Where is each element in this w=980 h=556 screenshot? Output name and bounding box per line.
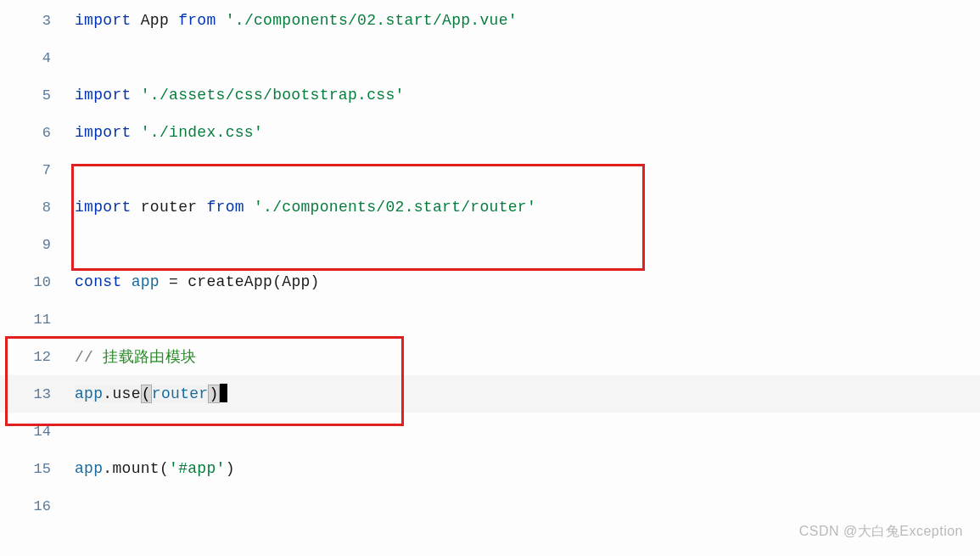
watermark-text: CSDN @大白兔Exception: [799, 523, 963, 541]
code-token: app: [75, 385, 103, 402]
code-token: from: [178, 12, 216, 29]
code-token: use: [112, 385, 140, 402]
code-token: [132, 124, 141, 141]
code-line[interactable]: 10const app = createApp(App): [0, 263, 980, 300]
code-token: (: [141, 385, 152, 403]
code-content[interactable]: import App from './components/02.start/A…: [75, 12, 518, 29]
code-token: [132, 199, 141, 216]
code-token: './components/02.start/router': [254, 199, 536, 216]
code-token: [216, 12, 226, 29]
code-token: router: [152, 385, 209, 402]
code-content[interactable]: import router from './components/02.star…: [75, 199, 536, 216]
code-token: import: [75, 87, 132, 104]
code-line[interactable]: 7: [0, 151, 980, 188]
code-line[interactable]: 9: [0, 226, 980, 263]
line-number: 9: [0, 237, 75, 253]
code-editor[interactable]: 3import App from './components/02.start/…: [0, 0, 980, 525]
line-number: 4: [0, 50, 75, 66]
line-number: 11: [0, 312, 75, 328]
line-number: 10: [0, 274, 75, 290]
line-number: 6: [0, 125, 75, 141]
line-number: 7: [0, 162, 75, 178]
code-token: [244, 199, 254, 216]
code-content[interactable]: import './assets/css/bootstrap.css': [75, 87, 405, 104]
code-line[interactable]: 8import router from './components/02.sta…: [0, 188, 980, 226]
code-content[interactable]: import './index.css': [75, 124, 263, 141]
code-line[interactable]: 15app.mount('#app'): [0, 450, 980, 487]
code-line[interactable]: 14: [0, 413, 980, 450]
code-line[interactable]: 4: [0, 39, 980, 76]
code-content[interactable]: const app = createApp(App): [75, 273, 320, 290]
code-token: .: [103, 385, 112, 402]
code-token: .: [103, 460, 112, 477]
text-cursor: [220, 384, 227, 402]
code-token: './index.css': [141, 124, 263, 141]
code-token: createApp: [188, 273, 272, 290]
code-token: import: [75, 124, 132, 141]
code-line[interactable]: 16: [0, 487, 980, 525]
code-line[interactable]: 12// 挂载路由模块: [0, 338, 980, 375]
code-line[interactable]: 6import './index.css': [0, 114, 980, 151]
code-token: const: [75, 273, 122, 290]
code-token: (: [272, 273, 282, 290]
code-token: [169, 12, 178, 29]
code-line[interactable]: 11: [0, 300, 980, 338]
code-token: [122, 273, 132, 290]
code-token: import: [75, 12, 132, 29]
code-token: [132, 87, 141, 104]
code-token: ): [311, 273, 320, 290]
line-number: 8: [0, 199, 75, 216]
line-number: 13: [0, 386, 75, 402]
code-token: app: [132, 273, 160, 290]
line-number: 5: [0, 87, 75, 104]
code-token: [197, 199, 206, 216]
code-line[interactable]: 5import './assets/css/bootstrap.css': [0, 76, 980, 114]
code-line[interactable]: 13app.use(router): [0, 375, 980, 413]
code-token: './assets/css/bootstrap.css': [141, 87, 405, 104]
code-token: from: [206, 199, 244, 216]
line-number: 16: [0, 498, 75, 514]
code-token: App: [141, 12, 169, 29]
code-token: ): [226, 460, 235, 477]
code-token: '#app': [169, 460, 226, 477]
code-token: router: [141, 199, 198, 216]
line-number: 14: [0, 424, 75, 440]
code-token: mount: [112, 460, 160, 477]
code-token: App: [282, 273, 310, 290]
code-token: app: [75, 460, 103, 477]
code-token: ): [208, 385, 219, 403]
code-token: [132, 12, 141, 29]
code-token: //: [75, 349, 103, 366]
code-content[interactable]: app.mount('#app'): [75, 460, 235, 477]
code-token: import: [75, 199, 132, 216]
line-number: 3: [0, 13, 75, 29]
code-content[interactable]: // 挂载路由模块: [75, 346, 196, 367]
code-token: './components/02.start/App.vue': [226, 12, 518, 29]
code-line[interactable]: 3import App from './components/02.start/…: [0, 2, 980, 39]
code-content[interactable]: app.use(router): [75, 385, 227, 402]
line-number: 15: [0, 461, 75, 477]
code-token: =: [160, 273, 188, 290]
code-token: (: [160, 460, 169, 477]
line-number: 12: [0, 349, 75, 365]
code-token: 挂载路由模块: [103, 349, 196, 366]
